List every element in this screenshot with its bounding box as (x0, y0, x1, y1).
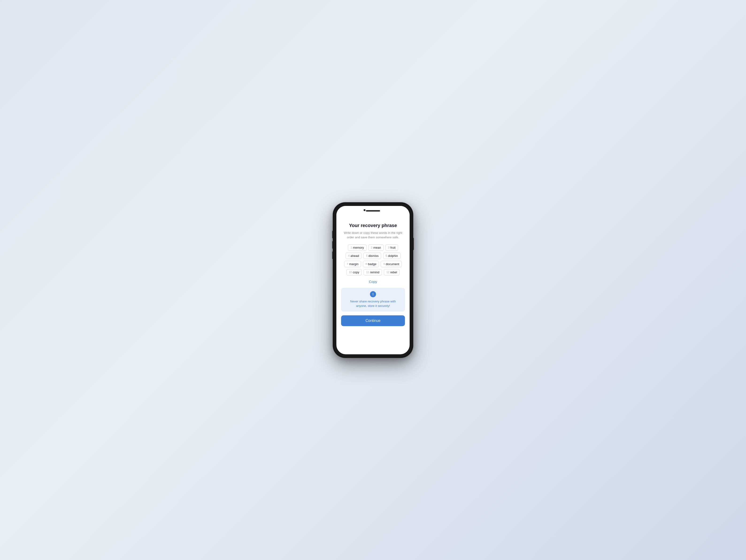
word-text: margin (349, 262, 358, 266)
word-text: memory (353, 246, 364, 249)
word-chip: 3fruit (385, 245, 398, 251)
word-text: badge (368, 262, 376, 266)
word-text: mean (373, 246, 381, 249)
word-text: copy (353, 271, 359, 274)
page-title: Your recovery phrase (349, 223, 397, 228)
word-chip: 8badge (363, 261, 379, 267)
word-number: 3 (388, 246, 390, 249)
warning-box: ! Never share recovery phrase with anyon… (341, 288, 405, 312)
continue-button[interactable]: Continue (341, 315, 405, 326)
word-text: dolphin (388, 254, 398, 258)
word-number: 4 (348, 254, 349, 257)
camera (364, 209, 366, 211)
screen-content: Your recovery phrase Write down or copy … (336, 218, 410, 354)
word-number: 11 (366, 271, 369, 274)
word-text: dismiss (369, 254, 379, 258)
warning-icon: ! (370, 291, 376, 297)
word-chip: 5dismiss (363, 253, 381, 259)
word-text: remind (370, 271, 379, 274)
phone-device: Your recovery phrase Write down or copy … (333, 203, 413, 358)
word-chip: 7margin (344, 261, 361, 267)
copy-button[interactable]: Copy (369, 280, 377, 284)
word-text: document (386, 262, 399, 266)
word-text: ahead (350, 254, 359, 258)
speaker (366, 210, 380, 212)
word-number: 5 (366, 254, 367, 257)
word-number: 6 (386, 254, 387, 257)
word-number: 8 (366, 262, 367, 265)
word-chip: 1memory (348, 245, 367, 251)
word-chip: 2mean (368, 245, 383, 251)
page-subtitle: Write down or copy these words in the ri… (341, 230, 405, 240)
word-text: rebel (391, 271, 397, 274)
word-number: 12 (386, 271, 389, 274)
word-chip: 12rebel (384, 269, 400, 275)
warning-text: Never share recovery phrase with anyone,… (345, 299, 401, 308)
word-number: 1 (350, 246, 352, 249)
word-chip: 9document (381, 261, 402, 267)
word-chip: 10copy (346, 269, 362, 275)
phone-screen: Your recovery phrase Write down or copy … (336, 206, 410, 354)
word-chip: 4ahead (346, 253, 362, 259)
words-grid: 1memory2mean3fruit4ahead5dismiss6dolphin… (341, 245, 405, 275)
word-number: 2 (371, 246, 372, 249)
phone-top-bar (336, 206, 410, 218)
word-chip: 11remind (364, 269, 382, 275)
word-number: 7 (347, 262, 348, 265)
word-text: fruit (391, 246, 396, 249)
word-number: 9 (383, 262, 385, 265)
word-chip: 6dolphin (383, 253, 400, 259)
word-number: 10 (349, 271, 352, 274)
